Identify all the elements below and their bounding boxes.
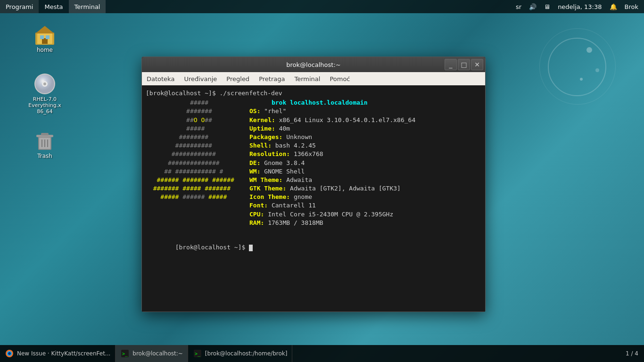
- menu-programi[interactable]: Programi: [0, 0, 39, 13]
- menu-pregled[interactable]: Pregled: [222, 72, 254, 85]
- terminal-menu: Datoteka Uređivanje Pregled Pretraga Ter…: [142, 72, 485, 85]
- menu-pomoc[interactable]: Pomoć: [325, 72, 355, 85]
- terminal-controls: _ □ ✕: [445, 59, 483, 70]
- svg-rect-5: [46, 35, 50, 39]
- ascii-art: ##### ####### ##O O## ##### ######## ###…: [146, 99, 240, 227]
- terminal-titlebar[interactable]: brok@localhost:~ _ □ ✕: [142, 57, 485, 72]
- svg-text:>_: >_: [122, 351, 128, 357]
- desktop-icon-home[interactable]: home: [26, 21, 64, 55]
- terminal2-icon: >_: [193, 349, 202, 358]
- disc-icon: [33, 73, 56, 95]
- desktop-icon-trash[interactable]: Trash: [26, 127, 64, 161]
- svg-text:>_: >_: [195, 351, 201, 357]
- menu-terminal[interactable]: Terminal: [289, 72, 325, 85]
- terminal-title: brok@localhost:~: [286, 61, 340, 68]
- firefox-icon: [5, 349, 14, 358]
- active-app-label[interactable]: Terminal: [69, 0, 106, 13]
- terminal-content[interactable]: [brok@localhost ~]$ ./screenfetch-dev ##…: [142, 85, 485, 312]
- home-label: home: [37, 47, 53, 53]
- command-line: [brok@localhost ~]$ ./screenfetch-dev: [146, 89, 481, 98]
- taskbar-terminal1[interactable]: >_ brok@localhost:~: [116, 345, 188, 362]
- notification-icon: 🔔: [608, 3, 619, 10]
- locale-indicator: sr: [514, 3, 523, 10]
- volume-icon[interactable]: 🔊: [527, 3, 538, 10]
- system-info: brok localhost.localdomain OS: "rhel" Ke…: [249, 99, 415, 227]
- firefox-label: New Issue · KittyKatt/screenFet...: [17, 350, 110, 357]
- display-icon[interactable]: 🖥: [542, 3, 552, 10]
- terminal-window: brok@localhost:~ _ □ ✕ Datoteka Uređivan…: [141, 57, 486, 312]
- minimize-button[interactable]: _: [445, 59, 457, 70]
- svg-point-9: [43, 82, 46, 85]
- svg-rect-13: [41, 133, 49, 135]
- top-panel: Programi Mesta Terminal sr 🔊 🖥 nedelja, …: [0, 0, 644, 13]
- svg-marker-2: [35, 26, 54, 33]
- notification-label: Brok: [623, 3, 640, 10]
- taskbar-terminal2[interactable]: >_ [brok@localhost:/home/brok]: [188, 345, 293, 362]
- menu-uredjivanje[interactable]: Uređivanje: [179, 72, 222, 85]
- desktop-icon-rhel[interactable]: RHEL-7.0 Everything.x86_64: [26, 71, 64, 116]
- maximize-button[interactable]: □: [458, 59, 470, 70]
- trash-label: Trash: [37, 153, 52, 159]
- home-icon: [33, 23, 56, 46]
- close-button[interactable]: ✕: [471, 59, 483, 70]
- terminal1-label: brok@localhost:~: [132, 350, 183, 357]
- menu-datoteka[interactable]: Datoteka: [142, 72, 179, 85]
- screenfetch-output: ##### ####### ##O O## ##### ######## ###…: [146, 99, 481, 227]
- desktop: Programi Mesta Terminal sr 🔊 🖥 nedelja, …: [0, 0, 644, 362]
- menu-pretraga[interactable]: Pretraga: [254, 72, 289, 85]
- taskbar: New Issue · KittyKatt/screenFet... >_ br…: [0, 345, 644, 362]
- menu-mesta[interactable]: Mesta: [39, 0, 68, 13]
- taskbar-pagination: 1 / 4: [620, 350, 644, 357]
- trash-icon: [33, 129, 56, 152]
- datetime: nedelja, 13:38: [556, 3, 603, 10]
- cursor: [249, 245, 253, 251]
- taskbar-firefox[interactable]: New Issue · KittyKatt/screenFet...: [0, 345, 116, 362]
- top-panel-left: Programi Mesta Terminal: [0, 0, 106, 13]
- terminal2-label: [brok@localhost:/home/brok]: [205, 350, 288, 357]
- svg-rect-4: [40, 35, 44, 39]
- svg-point-19: [8, 352, 11, 355]
- terminal1-icon: >_: [120, 349, 130, 358]
- prompt-line: [brok@localhost ~]$: [146, 235, 481, 261]
- rhel-label: RHEL-7.0 Everything.x86_64: [28, 96, 62, 115]
- top-panel-right: sr 🔊 🖥 nedelja, 13:38 🔔 Brok: [514, 3, 644, 10]
